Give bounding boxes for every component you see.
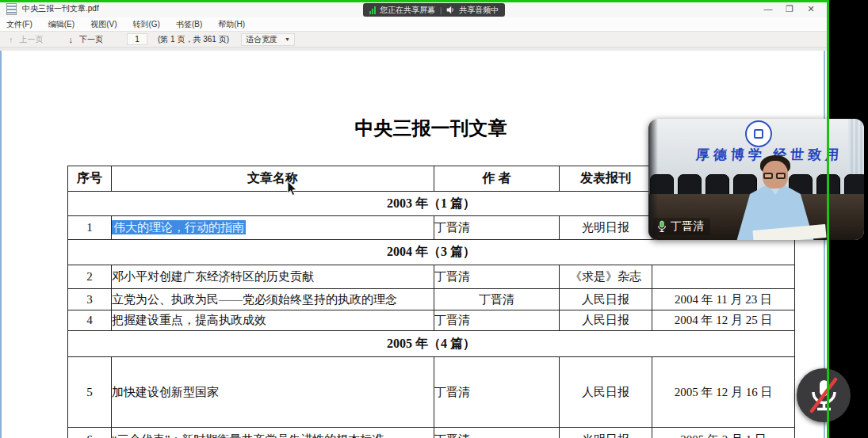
- page-left-edge: [0, 51, 2, 438]
- mouse-cursor: [287, 181, 298, 197]
- zoom-mode-value: 适合宽度: [246, 34, 277, 45]
- cell-no: 2: [68, 265, 112, 289]
- table-row: 6 “三个代表”：新时期衡量共产党员先进性的根本标准 丁晋清 光明日报 2005…: [68, 428, 795, 438]
- zoom-mode-dropdown[interactable]: 适合宽度 ▼: [241, 33, 295, 46]
- cell-author: 丁晋清: [434, 357, 560, 428]
- cell-title: 邓小平对创建广东经济特区的历史贡献: [112, 265, 434, 289]
- cell-journal: 人民日报: [560, 310, 652, 331]
- table-row: 5 加快建设创新型国家 丁晋清 人民日报 2005 年 12 月 16 日: [68, 357, 795, 428]
- cell-title: 立党为公、执政为民——党必须始终坚持的执政的理念: [112, 289, 434, 310]
- screenshare-border-right: [827, 0, 829, 438]
- prev-page-icon[interactable]: ↑: [6, 35, 17, 44]
- cell-title: 把握建设重点，提高执政成效: [112, 310, 434, 331]
- window-title: 中央三报一刊文章.pdf: [22, 3, 99, 14]
- participant-name: 丁晋清: [671, 219, 704, 234]
- minimize-button[interactable]: —: [761, 2, 775, 16]
- cell-journal: 光明日报: [560, 428, 652, 438]
- cell-no: 6: [68, 428, 112, 438]
- cell-date: 2004 年 11 月 23 日: [652, 289, 795, 310]
- microphone-active-icon: [657, 220, 667, 233]
- page-number-input[interactable]: [127, 33, 147, 45]
- participant-video-tile[interactable]: 厚德博学 经世致用 丁晋清: [648, 119, 864, 240]
- cell-journal: 《求是》杂志: [560, 265, 652, 289]
- table-row: 4 把握建设重点，提高执政成效 丁晋清 人民日报 2004 年 12 月 25 …: [68, 310, 795, 331]
- screenshare-status-banner[interactable]: 您正在共享屏幕 | 共享音频中: [363, 3, 505, 17]
- document-page: 中央三报一刊文章 序号 文章名称 作 者 发表报刊 2003 年（1 篇） 1 …: [0, 51, 827, 438]
- table-row: 3 立党为公、执政为民——党必须始终坚持的执政的理念 丁晋清 人民日报 2004…: [68, 289, 795, 310]
- cell-title: 伟大的理论，行动的指南: [112, 216, 434, 240]
- conference-chair: [844, 174, 864, 196]
- cell-journal: 光明日报: [560, 216, 652, 240]
- university-logo: [745, 120, 772, 147]
- screenshare-border-top: [0, 0, 829, 2]
- glasses-icon: [763, 173, 773, 179]
- next-page-icon[interactable]: ↓: [66, 35, 77, 44]
- menu-view[interactable]: 视图(V): [82, 17, 124, 31]
- pdf-file-icon: [6, 3, 17, 15]
- cell-journal: 人民日报: [560, 357, 652, 428]
- chevron-down-icon: ▼: [285, 36, 290, 42]
- menu-bar: 文件(F) 编辑(E) 视图(V) 转到(G) 书签(B) 帮助(H): [0, 17, 829, 31]
- header-no: 序号: [68, 166, 112, 192]
- section-label: 2004 年（3 篇）: [68, 240, 795, 265]
- pdf-toolbar: ↑ 上一页 ↓ 下一页 (第 1 页，共 361 页) 适合宽度 ▼: [0, 31, 829, 48]
- microphone-mute-button[interactable]: [797, 368, 851, 422]
- restore-button[interactable]: ❐: [782, 2, 797, 16]
- participant-nametag: 丁晋清: [653, 218, 710, 235]
- cell-journal: 人民日报: [560, 289, 652, 310]
- page-count-label: (第 1 页，共 361 页): [158, 34, 229, 45]
- conference-chair: [705, 174, 729, 196]
- glasses-icon: [776, 173, 786, 179]
- cell-author: 丁晋清: [434, 265, 560, 289]
- conference-chair: [678, 174, 702, 196]
- table-row: 2 邓小平对创建广东经济特区的历史贡献 丁晋清 《求是》杂志: [68, 265, 795, 289]
- sharing-audio-label: 共享音频中: [459, 5, 499, 16]
- cell-author: 丁晋清: [434, 216, 560, 240]
- cell-date: 2005 年 12 月 16 日: [652, 357, 795, 428]
- close-button[interactable]: ✕: [804, 2, 818, 16]
- cell-author: 丁晋清: [434, 428, 560, 438]
- menu-bookmark[interactable]: 书签(B): [168, 17, 210, 31]
- menu-help[interactable]: 帮助(H): [210, 17, 253, 31]
- header-journal: 发表报刊: [560, 166, 652, 192]
- section-row-2004: 2004 年（3 篇）: [68, 240, 795, 265]
- microphone-muted-icon: [797, 368, 851, 422]
- prev-page-button[interactable]: 上一页: [17, 34, 47, 45]
- cell-author: 丁晋清: [434, 310, 560, 331]
- cell-no: 3: [68, 289, 112, 310]
- cell-date: 2004 年 12 月 25 日: [652, 310, 795, 331]
- section-row-2005: 2005 年（4 篇）: [68, 331, 795, 357]
- next-page-button[interactable]: 下一页: [76, 34, 106, 45]
- menu-goto[interactable]: 转到(G): [124, 17, 167, 31]
- cell-no: 4: [68, 310, 112, 331]
- cell-title: 加快建设创新型国家: [112, 357, 434, 428]
- sharing-screen-label: 您正在共享屏幕: [380, 5, 435, 16]
- cell-author: 丁晋清: [434, 289, 560, 310]
- header-author: 作 者: [434, 166, 560, 192]
- header-title: 文章名称: [112, 166, 434, 192]
- menu-file[interactable]: 文件(F): [0, 17, 40, 31]
- cell-no: 1: [68, 216, 112, 240]
- selected-text[interactable]: 伟大的理论，行动的指南: [112, 220, 246, 234]
- banner-divider: |: [440, 6, 442, 14]
- speaker-icon: [446, 6, 455, 14]
- menu-edit[interactable]: 编辑(E): [40, 17, 82, 31]
- cell-date: 2005 年 2 月 1 日: [652, 428, 795, 438]
- section-label: 2005 年（4 篇）: [68, 331, 795, 357]
- cell-date: [652, 265, 795, 289]
- cell-no: 5: [68, 357, 112, 428]
- cell-title: “三个代表”：新时期衡量共产党员先进性的根本标准: [112, 428, 434, 438]
- signal-bars-icon: [369, 6, 376, 14]
